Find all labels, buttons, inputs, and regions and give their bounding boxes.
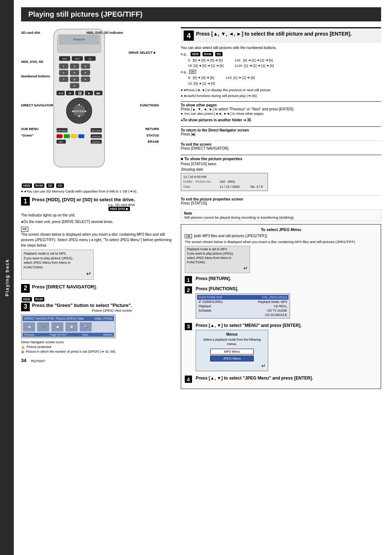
label-sub-menu: SUB MENU xyxy=(21,127,38,131)
remote-diagram-area: Panasonic HDD DVD SD 1 2 xyxy=(21,27,159,183)
exit-props-title: To exit the picture properties screen xyxy=(181,197,381,201)
pic-row-5: 5: [0] ➜ [0] ➜ [0] ➜ [5] xyxy=(188,57,224,63)
right-column: 4 Press [▲, ▼, ◄, ►] to select the still… xyxy=(181,27,381,392)
useful-note: ●Useful functions during still picture p… xyxy=(181,93,381,98)
svg-text:ERASE: ERASE xyxy=(93,141,100,143)
svg-text:8: 8 xyxy=(74,78,75,81)
main-content: Playing still pictures (JPEG/TIFF) Panas… xyxy=(14,0,392,555)
step-1-example: e.g., SD card drive HDD DVD ▶ xyxy=(108,203,135,211)
svg-text:▼: ▼ xyxy=(78,114,81,118)
return-title: To return to the Direct Navigator screen xyxy=(181,128,381,132)
badge-cd: CD xyxy=(56,183,64,188)
right-step-3-num: 3 xyxy=(185,323,192,330)
step-4-title: Press [▲, ▼, ◄, ►] to select the still p… xyxy=(196,31,352,37)
left-column: Panasonic HDD DVD SD 1 2 xyxy=(21,27,173,392)
jpeg-enter-symbol: ↵ xyxy=(187,265,248,272)
func-header-right: VOL_20041129118 xyxy=(262,296,287,299)
right-step-1-title: Press [RETURN]. xyxy=(196,276,231,282)
func-row-2: Schedule CD TV GUIDE xyxy=(197,308,289,313)
svg-text:1: 1 xyxy=(63,65,65,68)
func-row1-label: Playback xyxy=(199,304,211,308)
step-1-content: Press [HDD], [DVD] or [SD] to select the… xyxy=(32,197,135,211)
props-date-label: Date xyxy=(183,185,212,190)
svg-text:3: 3 xyxy=(85,65,86,68)
step-2-number: 2 xyxy=(21,284,30,293)
pic-row-15b: 15: [0] ➜ [1] ➜ [5] xyxy=(188,81,215,86)
jpeg-desc: The screen shown below is displayed when… xyxy=(185,240,377,244)
page-title: Playing still pictures (JPEG/TIFF) xyxy=(21,7,381,21)
jpeg-menu-section: To select JPEG Menu CD [with MP3 files a… xyxy=(181,224,381,389)
step-2-section: 2 Press [DIRECT NAVIGATOR]. xyxy=(21,284,173,293)
thumb-5: 🌊 xyxy=(79,322,92,332)
step-4-section: 4 Press [▲, ▼, ◄, ►] to select the still… xyxy=(181,27,381,43)
func-row2-val: CD TV GUIDE xyxy=(267,309,287,312)
cd-desc: [with MP3 files and still pictures (JPEG… xyxy=(194,234,267,238)
jpeg-menu-title: To select JPEG Menu xyxy=(185,227,377,232)
props-no-val: No. 3 / 9 xyxy=(250,185,263,190)
svg-rect-51 xyxy=(57,134,62,138)
nav-screen-header: DIRECT NAVIGATOR: Picture (JPEG) View Vi… xyxy=(23,316,114,321)
step-1-cd-badge-row: CD xyxy=(21,226,173,232)
step-4-content: Press [▲, ▼, ◄, ►] to select the still p… xyxy=(196,31,352,37)
label-sd-slot: SD card slot xyxy=(21,31,40,35)
svg-text:4: 4 xyxy=(63,71,65,74)
label-functions: FUNCTIONS xyxy=(140,104,159,107)
func-screen-header: FUNCTIONS DVD VOL_20041129118 xyxy=(197,295,289,300)
right-step-3-content: Press [▲, ▼] to select "MENU" and press … xyxy=(196,323,302,373)
print-icon: 🖨 xyxy=(21,350,24,353)
show-props-section: ■ To show the picture properties Press [… xyxy=(181,157,381,191)
thumb-4: 🌅 xyxy=(65,322,78,332)
svg-rect-53 xyxy=(71,134,77,138)
svg-text:◄◄: ◄◄ xyxy=(58,92,63,94)
step-1-screen-mockup: Playback mode is set to MP3. If you want… xyxy=(21,250,94,280)
show-other-pages-text: Press [▲, ▼, ◄, ►] to select "Previous" … xyxy=(181,107,294,111)
step-1-header: 1 Press [HDD], [DVD] or [SD] to select t… xyxy=(21,197,173,211)
two-column-layout: Panasonic HDD DVD SD 1 2 xyxy=(21,27,381,392)
svg-text:REC: REC xyxy=(59,141,63,143)
note-title: Note xyxy=(184,211,378,215)
screen-text-2: If you want to play picture (JPEG), xyxy=(24,256,91,261)
pic-row-1115: 1115: [1] ➜ [1] ➜ [1] ➜ [5] xyxy=(234,63,274,68)
step-1-note2: ●On the main unit, press [DRIVE SELECT] … xyxy=(21,219,173,224)
props-screen-mockup: 11 / 10 6:53 PM Folder - Picture No. 102… xyxy=(181,173,268,191)
nav-previous: Previous xyxy=(24,333,34,336)
mp3-menu-btn[interactable]: MP3 Menu xyxy=(210,349,254,355)
badge-sd: SD xyxy=(46,183,54,188)
show-other-pages-title: To show other pages xyxy=(181,103,217,107)
pic-table-1: 5: [0] ➜ [0] ➜ [0] ➜ [5] 15: [0] ➜ [0] ➜… xyxy=(188,57,381,68)
props-folder-label: Folder - Picture No. xyxy=(183,179,212,185)
func-row-3: CD SCHEDULE xyxy=(197,313,289,317)
right-step-1-num: 1 xyxy=(185,276,192,283)
props-row-1: 11 / 10 6:53 PM xyxy=(183,175,265,180)
func-screen-mockup: FUNCTIONS DVD VOL_20041129118 IF CD/MP3/… xyxy=(196,293,290,319)
step-3-title: Press the "Green" button to select "Pict… xyxy=(32,303,132,309)
screen-text-1: Playback mode is set to MP3. xyxy=(24,251,91,256)
svg-text:■: ■ xyxy=(69,92,71,94)
enter-symbol: ↵ xyxy=(24,270,91,278)
label-green: "Green" xyxy=(21,134,34,137)
badge-hdd3: HDD xyxy=(191,52,201,56)
svg-text:RETURN: RETURN xyxy=(92,130,101,132)
pic-table-2-rows: 5: [0] ➜ [0] ➜ [5] 15: [0] ➜ [1] ➜ [5] 1… xyxy=(188,75,381,86)
props-row-3: Date 11 / 12 / 2003 No. 3 / 9 xyxy=(183,185,265,190)
icon1-row: 🔒 Picture protected. xyxy=(21,345,173,349)
step-1-number: 1 xyxy=(21,197,30,206)
badge-hdd2: HDD xyxy=(22,297,32,301)
svg-text:▶▶: ▶▶ xyxy=(97,92,101,94)
right-step-2-content: Press [FUNCTIONS]. FUNCTIONS DVD VOL_200… xyxy=(196,286,290,320)
nav-page: Page 047/017 xyxy=(50,333,67,336)
badge-sd3: SD xyxy=(215,52,223,56)
nav-next: Next xyxy=(82,333,88,336)
right-step-2: 2 Press [FUNCTIONS]. FUNCTIONS DVD VOL_2… xyxy=(185,286,377,320)
numbered-note: You can also select still pictures with … xyxy=(181,46,381,50)
hdd-ram-note-section: HDD RAM SD CD ●You can use SD Memory Car… xyxy=(21,183,173,194)
svg-text:◄: ◄ xyxy=(71,109,74,113)
pic-table-2-col1: 5: [0] ➜ [0] ➜ [5] 15: [0] ➜ [1] ➜ [5] xyxy=(188,75,215,86)
svg-text:9: 9 xyxy=(85,78,86,81)
svg-text:ENTER: ENTER xyxy=(74,110,84,113)
nav-screen-thumbnails: 🏔 🌿 🏙 🌅 🌊 xyxy=(23,322,114,332)
show-in-folder-note: ●To show pictures in another folder ➜ 35 xyxy=(181,118,381,122)
right-step-4-title: Press [▲, ▼] to select "JPEG Menu" and p… xyxy=(196,376,313,381)
jpeg-menu-btn[interactable]: JPEG Menu xyxy=(210,356,254,361)
svg-text:2: 2 xyxy=(74,65,75,68)
